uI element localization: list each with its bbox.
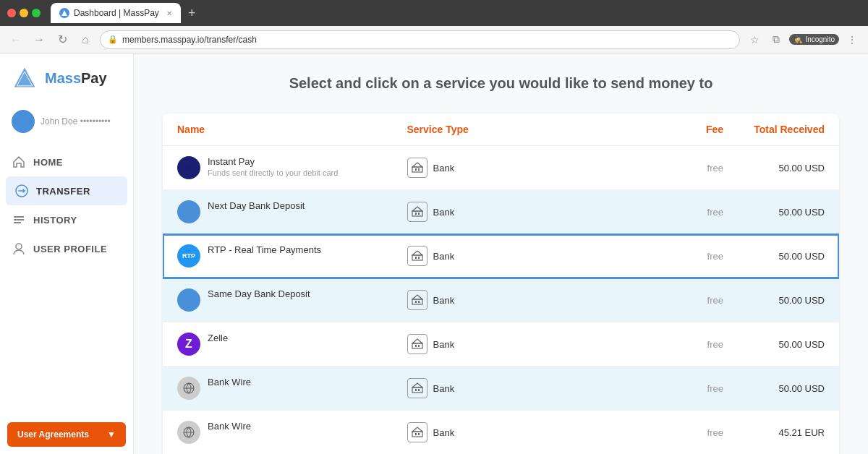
service-name: Next Day Bank Deposit xyxy=(208,200,305,211)
tab-favicon xyxy=(59,8,69,18)
table-row[interactable]: Bank Wire Bank free 50.00 USD xyxy=(163,367,839,411)
user-agreements-arrow: ▼ xyxy=(107,429,116,440)
service-name-cell: Next Day Bank Deposit xyxy=(177,200,407,223)
svg-point-7 xyxy=(16,244,22,249)
services-table: Name Service Type Fee Total Received VIS… xyxy=(163,113,839,454)
avatar xyxy=(12,110,35,133)
service-type-cell: Bank xyxy=(407,290,637,310)
svg-rect-24 xyxy=(184,299,194,305)
amount-cell: 50.00 USD xyxy=(723,163,825,174)
transfer-icon xyxy=(14,184,29,198)
fee-cell: free xyxy=(637,339,723,350)
svg-marker-38 xyxy=(412,383,422,387)
col-total-header: Total Received xyxy=(723,124,825,135)
sidebar-item-home-label: HOME xyxy=(33,157,63,168)
service-type-cell: Bank xyxy=(407,246,637,266)
maximize-dot[interactable] xyxy=(32,9,41,17)
table-row[interactable]: VISA Instant Pay Funds sent directly to … xyxy=(163,146,839,190)
address-bar[interactable]: 🔒 members.masspay.io/transfer/cash xyxy=(100,30,740,49)
table-row[interactable]: Z Zelle Bank free 50.00 USD xyxy=(163,322,839,367)
user-agreements-button[interactable]: User Agreements ▼ xyxy=(7,422,126,447)
amount-cell: 50.00 USD xyxy=(723,207,825,218)
col-fee-header: Fee xyxy=(637,124,723,135)
service-icon: RTP xyxy=(177,244,200,267)
svg-rect-15 xyxy=(190,213,191,215)
service-name-cell: Bank Wire xyxy=(177,421,407,444)
service-name-cell: VISA Instant Pay Funds sent directly to … xyxy=(177,156,407,179)
close-dot[interactable] xyxy=(7,9,16,17)
svg-marker-9 xyxy=(412,163,422,167)
service-name-cell: Same Day Bank Deposit xyxy=(177,288,407,312)
fee-cell: free xyxy=(637,207,723,218)
svg-rect-18 xyxy=(415,213,417,215)
logo-text: MassPay xyxy=(45,70,107,87)
user-info: John Doe •••••••••• xyxy=(0,103,133,140)
home-nav-button[interactable]: ⌂ xyxy=(77,31,94,48)
main-content: Select and click on a service you would … xyxy=(134,53,868,454)
svg-rect-10 xyxy=(415,168,417,171)
service-name-cell: RTP RTP - Real Time Payments xyxy=(177,244,407,267)
service-name: Bank Wire xyxy=(208,377,251,387)
page-heading: Select and click on a service you would … xyxy=(163,75,839,92)
browser-tab[interactable]: Dashboard | MassPay ✕ xyxy=(51,3,181,23)
minimize-dot[interactable] xyxy=(20,9,28,17)
amount-cell: 45.21 EUR xyxy=(723,427,825,438)
table-row[interactable]: RTP RTP - Real Time Payments Bank free 5… xyxy=(163,234,839,278)
service-name: Instant Pay xyxy=(208,156,338,167)
new-tab-button[interactable]: + xyxy=(188,6,196,21)
svg-rect-11 xyxy=(418,168,420,171)
sidebar-item-home[interactable]: HOME xyxy=(0,147,133,176)
svg-marker-21 xyxy=(412,251,422,255)
sidebar-item-history[interactable]: HISTORY xyxy=(0,205,133,234)
sidebar-item-user-profile[interactable]: USER PROFILE xyxy=(0,234,133,263)
svg-rect-12 xyxy=(184,211,194,217)
svg-rect-4 xyxy=(14,216,24,218)
sidebar-item-transfer-label: TRANSFER xyxy=(36,186,90,197)
service-type-cell: Bank xyxy=(407,202,637,222)
home-icon xyxy=(12,155,26,169)
service-type-label: Bank xyxy=(433,339,455,350)
browser-toolbar: ← → ↻ ⌂ 🔒 members.masspay.io/transfer/ca… xyxy=(0,26,868,53)
incognito-label: Incognito xyxy=(805,35,835,43)
table-row[interactable]: Same Day Bank Deposit Bank free 50.00 US… xyxy=(163,278,839,322)
service-icon: Z xyxy=(177,333,200,356)
svg-rect-37 xyxy=(412,387,422,393)
svg-rect-42 xyxy=(412,432,422,437)
service-type-label: Bank xyxy=(433,207,455,218)
service-icon: VISA xyxy=(177,156,200,179)
svg-rect-45 xyxy=(418,433,420,435)
sidebar: MassPay John Doe •••••••••• HOME TRANSFE… xyxy=(0,53,134,454)
type-icon xyxy=(407,158,427,178)
sidebar-item-transfer[interactable]: TRANSFER xyxy=(6,176,127,205)
service-type-label: Bank xyxy=(433,383,455,394)
menu-button[interactable]: ⋮ xyxy=(843,31,861,48)
svg-marker-17 xyxy=(412,207,422,211)
table-row[interactable]: Bank Wire Bank free 45.21 EUR xyxy=(163,411,839,454)
tab-title: Dashboard | MassPay xyxy=(74,8,159,18)
svg-rect-32 xyxy=(412,343,422,348)
service-type-cell: Bank xyxy=(407,334,637,354)
fee-cell: free xyxy=(637,427,723,438)
forward-button[interactable]: → xyxy=(30,31,48,48)
col-name-header: Name xyxy=(177,124,407,135)
bookmark-button[interactable]: ☆ xyxy=(746,31,763,48)
app-container: MassPay John Doe •••••••••• HOME TRANSFE… xyxy=(0,53,868,454)
svg-rect-39 xyxy=(415,389,417,391)
svg-marker-33 xyxy=(412,339,422,343)
sidebar-item-user-profile-label: USER PROFILE xyxy=(33,244,107,254)
fee-cell: free xyxy=(637,163,723,174)
table-header: Name Service Type Fee Total Received xyxy=(163,113,839,146)
col-service-header: Service Type xyxy=(407,124,637,135)
extension-button[interactable]: ⧉ xyxy=(767,31,785,48)
tab-close-button[interactable]: ✕ xyxy=(166,9,172,17)
refresh-button[interactable]: ↻ xyxy=(54,31,71,48)
incognito-badge: 🕵 Incognito xyxy=(789,34,839,45)
type-icon xyxy=(407,334,427,354)
back-button[interactable]: ← xyxy=(7,31,25,48)
sidebar-nav: HOME TRANSFER HISTORY USER PROFILE xyxy=(0,140,133,415)
service-name: Zelle xyxy=(208,333,228,343)
table-row[interactable]: Next Day Bank Deposit Bank free 50.00 US… xyxy=(163,190,839,234)
svg-rect-27 xyxy=(190,301,191,304)
svg-marker-25 xyxy=(184,295,194,299)
svg-rect-22 xyxy=(415,257,417,259)
